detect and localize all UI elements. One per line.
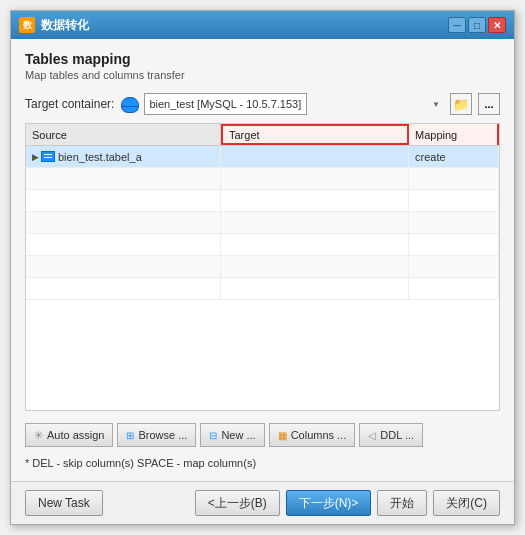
back-button[interactable]: <上一步(B) <box>195 490 280 516</box>
minimize-button[interactable]: ─ <box>448 17 466 33</box>
expand-icon: ▶ <box>32 152 39 162</box>
mapping-table: Source Target Mapping ▶ bien_test.tabel_… <box>25 123 500 411</box>
target-container-row: Target container: bien_test [MySQL - 10.… <box>25 93 500 115</box>
bottom-right: <上一步(B) 下一步(N)> 开始 关闭(C) <box>195 490 500 516</box>
col-source: Source <box>26 124 221 145</box>
close-button[interactable]: ✕ <box>488 17 506 33</box>
section-header: Tables mapping Map tables and columns tr… <box>25 51 500 81</box>
auto-assign-icon: ✳ <box>34 429 43 442</box>
folder-button[interactable]: 📁 <box>450 93 472 115</box>
maximize-button[interactable]: □ <box>468 17 486 33</box>
db-icon <box>120 97 138 111</box>
title-bar-controls: ─ □ ✕ <box>448 17 506 33</box>
close-dialog-button[interactable]: 关闭(C) <box>433 490 500 516</box>
browse-icon: ⊞ <box>126 430 134 441</box>
new-task-button[interactable]: New Task <box>25 490 103 516</box>
title-bar-left: 数 数据转化 <box>19 17 89 34</box>
browse-button[interactable]: ⊞ Browse ... <box>117 423 196 447</box>
table-row <box>26 212 499 234</box>
ddl-icon: ◁ <box>368 430 376 441</box>
col-target: Target <box>221 124 409 145</box>
target-select-wrapper: bien_test [MySQL - 10.5.7.153] <box>144 93 444 115</box>
start-button[interactable]: 开始 <box>377 490 427 516</box>
hint-text: * DEL - skip column(s) SPACE - map colum… <box>25 457 500 469</box>
table-row <box>26 256 499 278</box>
main-window: 数 数据转化 ─ □ ✕ Tables mapping Map tables a… <box>10 10 515 525</box>
title-bar: 数 数据转化 ─ □ ✕ <box>11 11 514 39</box>
table-body: ▶ bien_test.tabel_a create <box>26 146 499 410</box>
table-row <box>26 234 499 256</box>
new-icon: ⊟ <box>209 430 217 441</box>
col-mapping: Mapping <box>409 124 499 145</box>
cell-source: ▶ bien_test.tabel_a <box>26 146 221 167</box>
target-label: Target container: <box>25 97 114 111</box>
action-buttons: ✳ Auto assign ⊞ Browse ... ⊟ New ... ▦ C… <box>25 423 500 447</box>
columns-button[interactable]: ▦ Columns ... <box>269 423 356 447</box>
table-row <box>26 190 499 212</box>
page-subtitle: Map tables and columns transfer <box>25 69 500 81</box>
columns-icon: ▦ <box>278 430 287 441</box>
auto-assign-button[interactable]: ✳ Auto assign <box>25 423 113 447</box>
table-header: Source Target Mapping <box>26 124 499 146</box>
table-row <box>26 168 499 190</box>
bottom-bar: New Task <上一步(B) 下一步(N)> 开始 关闭(C) <box>11 481 514 524</box>
cell-mapping: create <box>409 146 499 167</box>
next-button[interactable]: 下一步(N)> <box>286 490 372 516</box>
table-row <box>26 278 499 300</box>
ddl-button[interactable]: ◁ DDL ... <box>359 423 423 447</box>
new-button[interactable]: ⊟ New ... <box>200 423 264 447</box>
app-icon: 数 <box>19 17 35 33</box>
table-icon <box>41 151 55 162</box>
table-row[interactable]: ▶ bien_test.tabel_a create <box>26 146 499 168</box>
cell-target <box>221 146 409 167</box>
target-select[interactable]: bien_test [MySQL - 10.5.7.153] <box>144 93 307 115</box>
bottom-left: New Task <box>25 490 103 516</box>
window-title: 数据转化 <box>41 17 89 34</box>
page-title: Tables mapping <box>25 51 500 67</box>
dots-button[interactable]: ... <box>478 93 500 115</box>
content-area: Tables mapping Map tables and columns tr… <box>11 39 514 481</box>
